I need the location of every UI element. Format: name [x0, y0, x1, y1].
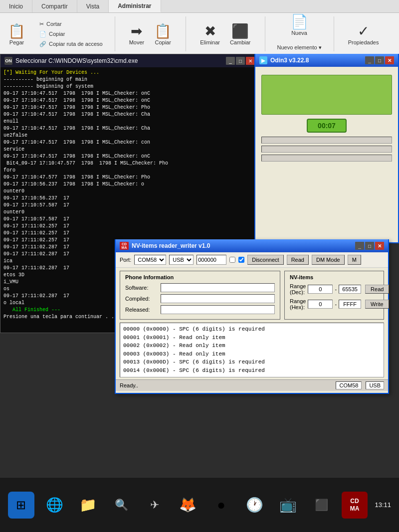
- tab-vista[interactable]: Vista: [77, 0, 109, 12]
- nv-usb-select[interactable]: USB: [169, 255, 194, 265]
- new-item-button[interactable]: Nuevo elemento ▾: [275, 43, 324, 52]
- copy-button[interactable]: 📄 Copiar: [37, 30, 105, 38]
- delete-button[interactable]: ✖ Eliminar: [196, 16, 224, 52]
- taskbar-files-button[interactable]: 📁: [75, 492, 101, 519]
- cmd-line-waiting: [*] Waiting For Your Devices ...: [3, 69, 256, 76]
- odin-minimize-button[interactable]: _: [365, 56, 374, 64]
- nv-minimize-button[interactable]: _: [355, 242, 364, 250]
- rename-button[interactable]: ⬛ Cambiar: [226, 16, 255, 52]
- taskbar-cdma-button[interactable]: CDMA: [342, 492, 368, 519]
- odin-titlebar: ▶ Odin3 v3.22.8 _ □ ✕: [255, 54, 398, 67]
- properties-button[interactable]: ✓ Propiedades: [344, 16, 383, 52]
- nv-close-button[interactable]: ✕: [375, 242, 384, 250]
- odin-title: Odin3 v3.22.8: [270, 57, 309, 64]
- odin-icon: ▶: [259, 56, 267, 64]
- taskbar-firefox-button[interactable]: 🦊: [175, 492, 201, 519]
- cut-copy-group: ✂ Cortar 📄 Copiar 🔗 Copiar ruta de acces…: [37, 20, 105, 48]
- nv-write-button[interactable]: Write: [365, 300, 389, 309]
- cmd-line-1: 09-17 17:10:47.517 1798 1798 I MSL_Check…: [3, 90, 256, 97]
- nv-compiled-input[interactable]: [161, 294, 275, 303]
- nv-checkbox[interactable]: [229, 257, 235, 263]
- cmd-line-13: 09-17 17:10:57.587 17: [3, 216, 256, 223]
- nv-titlebar-left: CDMA NV-items reader_writer v1.0: [120, 242, 210, 250]
- cmd-line-12: 09-17 17:10:57.587 17: [3, 202, 256, 209]
- browser-icon: 🌐: [46, 497, 63, 513]
- tab-administrar[interactable]: Administrar: [109, 0, 161, 12]
- tab-inicio[interactable]: Inicio: [0, 0, 32, 12]
- tab-compartir[interactable]: Compartir: [32, 0, 77, 12]
- taskbar-search-button[interactable]: 🔍: [108, 492, 135, 519]
- new-group: 📄 Nueva Nuevo elemento ▾ Fácil acceso ▾: [275, 6, 324, 61]
- nv-disconnect-button[interactable]: Disconnect: [247, 255, 283, 265]
- taskbar-clock-button[interactable]: 🕐: [241, 492, 268, 519]
- nv-hex-to-input[interactable]: [339, 300, 361, 309]
- clock-icon: 🕐: [246, 497, 263, 513]
- cmd-titlebar-left: ON Seleccionar C:\WINDOWS\system32\cmd.e…: [4, 57, 138, 65]
- nv-hex-from-input[interactable]: [308, 300, 333, 309]
- divider3: [265, 16, 265, 51]
- divider2: [186, 16, 186, 51]
- delete-icon: ✖: [204, 23, 216, 39]
- move-copy-group: ➡ Mover 📋 Copiar: [125, 16, 176, 52]
- taskbar-browser-button[interactable]: 🌐: [41, 492, 68, 519]
- odin-progress-1: [261, 137, 392, 144]
- rename-icon: ⬛: [231, 23, 249, 39]
- nv-m-button[interactable]: M: [348, 255, 361, 265]
- copy2-icon: 📋: [154, 23, 172, 39]
- nv-checkbox2[interactable]: [238, 257, 244, 263]
- nv-dec-from-input[interactable]: [308, 285, 333, 294]
- nv-status-port: COM58: [336, 381, 362, 389]
- copy2-button[interactable]: 📋 Copiar: [150, 16, 176, 52]
- taskbar-app2-button[interactable]: ⬛: [308, 492, 335, 519]
- nv-read-header-button[interactable]: Read: [287, 255, 309, 265]
- desktop: Inicio Compartir Vista Administrar 📋 Peg…: [0, 0, 399, 532]
- cut-button[interactable]: ✂ Cortar: [37, 20, 105, 28]
- nv-output[interactable]: 00000 (0x0000) - SPC (6 digits) is requi…: [120, 323, 384, 377]
- nv-software-input[interactable]: [161, 283, 275, 292]
- nv-main: Phone Information Software: Compiled: Re…: [116, 268, 388, 323]
- nv-dm-mode-button[interactable]: DM Mode: [312, 255, 345, 265]
- nv-items-group: NV-items Range (Dec): - Read Range (Hex)…: [284, 271, 384, 320]
- cmd-line-service: service: [3, 146, 256, 153]
- nv-released-input[interactable]: [161, 305, 275, 314]
- copy-path-button[interactable]: 🔗 Copiar ruta de acceso: [37, 40, 105, 48]
- start-icon: ⊞: [16, 498, 26, 512]
- cmd-line-counter0b: ounter0: [3, 209, 256, 216]
- search-icon: 🔍: [115, 499, 128, 512]
- nv-output-line-5: 00014 (0x000E) - SPC (6 digits) is requi…: [123, 366, 381, 375]
- firefox-icon: 🦊: [179, 497, 197, 513]
- nv-dec-to-input[interactable]: [339, 285, 361, 294]
- cmd-minimize-button[interactable]: _: [226, 57, 235, 65]
- odin-close-button[interactable]: ✕: [385, 56, 394, 64]
- nv-address-input[interactable]: [197, 255, 226, 265]
- properties-icon: ✓: [358, 23, 369, 39]
- link-icon: 🔗: [39, 41, 46, 47]
- cmd-line-14: 09-17 17:11:02.257 17: [3, 223, 256, 230]
- new-button[interactable]: 📄 Nueva: [287, 6, 312, 42]
- nv-items-title: NV-items: [290, 274, 379, 280]
- taskbar-chrome-button[interactable]: ●: [208, 492, 234, 519]
- odin-content: 00:07: [255, 67, 398, 166]
- move-button[interactable]: ➡ Mover: [125, 16, 149, 52]
- nv-compiled-row: Compiled:: [125, 294, 275, 303]
- cmd-title: Seleccionar C:\WINDOWS\system32\cmd.exe: [15, 57, 138, 64]
- nv-read-button[interactable]: Read: [365, 285, 389, 294]
- cmd-line-5: 09-17 17:10:47.517 1798 1798 I MSL_Check…: [3, 125, 256, 132]
- nv-port-select[interactable]: COM58: [134, 255, 166, 265]
- taskbar-media-button[interactable]: 📺: [275, 492, 301, 519]
- taskbar-plane-button[interactable]: ✈: [141, 492, 168, 519]
- cmd-line-3: 09-17 17:10:47.517 1798 1798 I MSL_Check…: [3, 104, 256, 111]
- cmd-close-button[interactable]: ✕: [246, 57, 255, 65]
- cmd-line-main: ---------- beginning of main: [3, 76, 256, 83]
- nv-maximize-button[interactable]: □: [365, 242, 374, 250]
- odin-maximize-button[interactable]: □: [375, 56, 384, 64]
- explorer-tabs: Inicio Compartir Vista Administrar: [0, 0, 399, 13]
- taskbar-start-button[interactable]: ⊞: [8, 492, 34, 519]
- nv-range-hex-row: Range (Hex): - Write: [290, 298, 379, 310]
- paste-button[interactable]: 📋 Pegar: [4, 16, 29, 52]
- copy-icon: 📄: [39, 31, 46, 37]
- cmd-maximize-button[interactable]: □: [236, 57, 245, 65]
- delete-rename-group: ✖ Eliminar ⬛ Cambiar: [196, 16, 254, 52]
- nv-software-row: Software:: [125, 283, 275, 292]
- cmd-line-system: ---------- beginning of system: [3, 83, 256, 90]
